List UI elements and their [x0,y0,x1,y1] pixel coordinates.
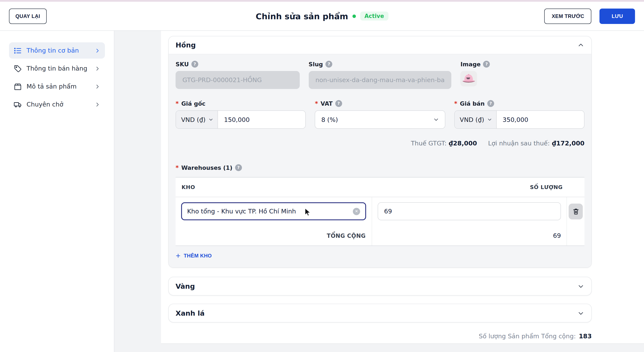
sell-price-input[interactable]: 350,000 [497,111,584,128]
help-icon[interactable] [235,164,242,171]
cost-price-input[interactable]: 150,000 [218,111,305,128]
title-group: Chỉnh sửa sản phẩm Active [256,11,388,21]
currency-select[interactable]: VND (₫) [176,111,218,128]
preview-button[interactable]: XEM TRƯỚC [544,8,592,24]
help-icon[interactable] [483,60,490,67]
app-window: QUAY LẠI Chỉnh sửa sản phẩm Active XEM T… [0,0,644,352]
truck-icon [13,100,22,109]
vat-field: VAT 8 (%) [315,100,445,129]
product-total-label: Số lượng Sản phẩm Tổng cộng: [479,333,576,340]
vat-label: VAT [320,100,332,107]
slug-input: non-unisex-da-dang-mau-ma-va-phien-ba [308,71,452,89]
content-gutter [114,31,161,352]
header-actions: XEM TRƯỚC LƯU [544,8,635,24]
required-icon [315,100,318,107]
chevron-down-icon [487,117,492,122]
image-field: Image [460,60,584,89]
warehouses-label: Warehouses (1) [176,164,584,171]
sidebar-item-mo-ta-san-pham[interactable]: Mô tả sản phẩm [9,78,105,95]
box-icon [13,82,22,91]
main-panel: Hồng SKU GTG-PRD-0000 [161,31,644,344]
sku-label: SKU [176,60,189,67]
variant-body: SKU GTG-PRD-0000021-HỒNG Slug n [169,54,591,267]
total-label: TỔNG CỘNG [176,226,372,245]
tag-icon [13,64,22,73]
product-total-value: 183 [579,333,592,340]
sidebar-item-label: Mô tả sản phẩm [26,83,77,90]
chevron-right-icon [95,66,100,71]
currency-label: VND (₫) [181,116,206,123]
required-icon [176,100,179,107]
list-icon [13,46,22,55]
chevron-down-icon[interactable] [578,283,584,289]
sidebar-item-chuyen-cho[interactable]: Chuyên chở [9,96,105,113]
clear-icon[interactable] [353,208,360,215]
status-badge: Active [360,11,388,20]
sell-price-label: Giá bán [460,100,485,107]
variant-card-vang[interactable]: Vàng [168,277,592,296]
sidebar-item-label: Thông tin cơ bản [26,47,79,54]
trash-icon [572,207,580,215]
sell-price-field: Giá bán VND (₫) 350,000 [454,100,584,129]
browser-top-strip [0,0,644,2]
variant-title: Hồng [176,41,196,49]
identity-row: SKU GTG-PRD-0000021-HỒNG Slug n [176,60,584,89]
save-button[interactable]: LƯU [600,8,635,24]
warehouse-table: KHO SỐ LƯỢNG Kho tổng - Khu vực TP. Hồ C… [176,177,584,246]
vat-amount: Thuế GTGT:₫28,000 [411,140,477,147]
column-header-so-luong: SỐ LƯỢNG [372,184,567,190]
tax-summary: Thuế GTGT:₫28,000 Lợi nhuận sau thuế:₫17… [176,140,584,147]
variant-title: Vàng [176,282,195,290]
required-icon [454,100,457,107]
help-icon[interactable] [487,100,494,107]
currency-select[interactable]: VND (₫) [454,111,496,128]
chevron-down-icon [208,117,213,122]
sidebar: Thông tin cơ bản Thông tin bán hàng Mô t [0,31,114,352]
variant-title: Xanh lá [176,309,205,317]
variant-header-hong[interactable]: Hồng [169,36,591,54]
slug-field: Slug non-unisex-da-dang-mau-ma-va-phien-… [308,60,452,89]
sku-input: GTG-PRD-0000021-HỒNG [176,71,300,89]
variant-card-xanh-la[interactable]: Xanh lá [168,304,592,323]
required-icon [176,164,179,171]
column-header-kho: KHO [176,184,372,190]
image-label: Image [460,60,481,67]
product-image-thumbnail[interactable] [460,71,477,86]
pricing-row: Giá gốc VND (₫) 150,000 [176,100,584,129]
total-quantity: 69 [372,226,567,245]
warehouse-select[interactable]: Kho tổng - Khu vực TP. Hồ Chí Minh [181,202,366,220]
warehouse-table-header: KHO SỐ LƯỢNG [176,177,584,197]
add-warehouse-button[interactable]: THÊM KHO [176,253,212,259]
page-title: Chỉnh sửa sản phẩm [256,11,348,21]
slug-label: Slug [308,60,323,67]
sku-field: SKU GTG-PRD-0000021-HỒNG [176,60,300,89]
sidebar-item-label: Thông tin bán hàng [26,65,87,72]
warehouse-select-value: Kho tổng - Khu vực TP. Hồ Chí Minh [187,208,296,215]
variant-card-hong: Hồng SKU GTG-PRD-0000 [168,36,592,268]
help-icon[interactable] [335,100,342,107]
vat-value: 8 (%) [321,116,338,123]
warehouse-total-row: TỔNG CỘNG 69 [176,226,584,245]
sidebar-item-label: Chuyên chở [26,101,63,108]
sidebar-item-thong-tin-co-ban[interactable]: Thông tin cơ bản [9,42,105,59]
product-total-summary: Số lượng Sản phẩm Tổng cộng: 183 [168,333,592,340]
currency-label: VND (₫) [460,116,484,123]
chevron-right-icon [95,48,100,53]
status-dot-icon [352,14,356,18]
help-icon[interactable] [326,60,332,67]
help-icon[interactable] [192,60,198,67]
plus-icon [176,253,181,258]
delete-warehouse-button[interactable] [569,204,583,219]
quantity-input[interactable]: 69 [378,202,561,220]
chevron-down-icon [433,117,439,122]
cost-price-field: Giá gốc VND (₫) 150,000 [176,100,306,129]
page-header: QUAY LẠI Chỉnh sửa sản phẩm Active XEM T… [0,2,644,31]
cost-price-label: Giá gốc [181,100,206,107]
chevron-down-icon[interactable] [578,310,584,316]
main-area: Hồng SKU GTG-PRD-0000 [161,31,644,352]
chevron-up-icon[interactable] [578,42,584,48]
back-button[interactable]: QUAY LẠI [9,8,46,24]
sidebar-item-thong-tin-ban-hang[interactable]: Thông tin bán hàng [9,60,105,77]
profit-amount: Lợi nhuận sau thuế:₫172,000 [488,140,584,147]
vat-select[interactable]: 8 (%) [315,110,445,129]
